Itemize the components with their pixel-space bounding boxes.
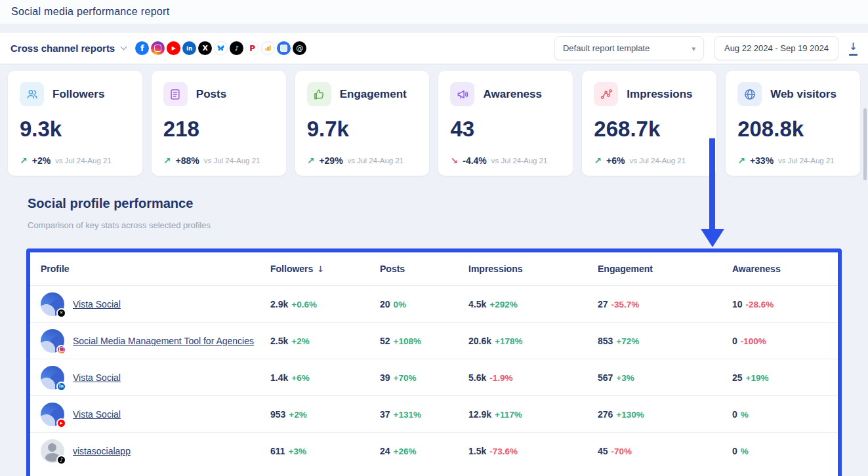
bluesky-icon[interactable] (214, 41, 228, 55)
followers-cell: 1.4k+6% (270, 372, 380, 384)
linkedin-icon[interactable] (182, 41, 196, 55)
card-comparison-period: vs Jul 24-Aug 21 (491, 157, 548, 165)
awareness-cell: 0% (732, 445, 838, 457)
stat-card-web-visitors: Web visitors 208.8k +33% vs Jul 24-Aug 2… (726, 71, 860, 176)
card-change: -4.4% (463, 155, 487, 166)
instagram-icon[interactable] (151, 41, 165, 55)
column-header-engagement[interactable]: Engagement (598, 264, 732, 274)
x-icon[interactable] (198, 41, 212, 55)
awareness-cell: 10-28.6% (732, 298, 838, 310)
followers-cell: 611+3% (270, 445, 380, 457)
posts-cell: 37+131% (380, 408, 468, 420)
impressions-cell: 1.5k-73.6% (468, 445, 598, 457)
card-value: 9.3k (20, 117, 131, 142)
section-title: Social profile performance (28, 196, 193, 211)
card-comparison-period: vs Jul 24-Aug 21 (629, 157, 686, 165)
column-header-followers[interactable]: Followers (270, 264, 380, 274)
vertical-scrollbar[interactable] (863, 108, 867, 180)
card-comparison-period: vs Jul 24-Aug 21 (55, 157, 112, 165)
impressions-cell: 12.9k+117% (468, 408, 598, 420)
threads-icon[interactable] (293, 41, 306, 55)
card-label: Followers (52, 88, 104, 101)
engagement-cell: 567+3% (598, 372, 732, 384)
card-change: +88% (176, 155, 199, 166)
card-value: 9.7k (307, 117, 418, 142)
date-range-picker[interactable]: Aug 22 2024 - Sep 19 2024 (714, 36, 838, 60)
page-title: Social media performance report (11, 6, 169, 18)
tiktok-badge-icon (56, 455, 66, 465)
column-header-awareness[interactable]: Awareness (732, 264, 838, 274)
impressions-cell: 20.6k+178% (468, 335, 598, 347)
card-label: Engagement (340, 88, 407, 101)
profile-link[interactable]: Social Media Management Tool for Agencie… (73, 336, 254, 346)
awareness-cell: 0% (732, 408, 838, 420)
card-label: Posts (196, 88, 226, 101)
card-value: 208.8k (737, 117, 848, 142)
stat-card-followers: Followers 9.3k +2% vs Jul 24-Aug 21 (8, 71, 142, 176)
google-business-icon[interactable] (277, 41, 291, 55)
social-network-filter (135, 41, 306, 55)
trend-up-icon (594, 155, 602, 166)
column-header-posts[interactable]: Posts (380, 264, 468, 274)
trend-up-icon (737, 155, 745, 166)
card-change: +29% (319, 155, 342, 166)
youtube-icon[interactable] (167, 41, 180, 55)
globe-icon (737, 82, 762, 106)
followers-cell: 953+2% (270, 408, 380, 420)
engagement-cell: 853+72% (598, 335, 732, 347)
profile-link[interactable]: Vista Social (73, 299, 121, 309)
trend-down-icon (450, 155, 458, 166)
date-range-value: Aug 22 2024 - Sep 19 2024 (724, 43, 829, 53)
trend-up-icon (163, 155, 171, 166)
report-template-value: Default report template (563, 43, 650, 53)
facebook-icon[interactable] (135, 41, 149, 55)
x-badge-icon (56, 308, 66, 318)
table-row: Vista Social 953+2% 37+131% 12.9k+117% 2… (30, 395, 838, 432)
stat-card-engagement: Engagement 9.7k +29% vs Jul 24-Aug 21 (295, 71, 430, 176)
table-row: Social Media Management Tool for Agencie… (30, 322, 838, 359)
pinterest-icon[interactable] (245, 41, 259, 55)
reports-dropdown[interactable]: Cross channel reports (10, 43, 126, 54)
awareness-cell: 25+19% (732, 372, 838, 384)
table-row: Vista Social 1.4k+6% 39+70% 5.6k-1.9% 56… (30, 359, 838, 395)
stat-cards-row: Followers 9.3k +2% vs Jul 24-Aug 21 Post… (8, 71, 860, 176)
profile-link[interactable]: Vista Social (73, 372, 121, 383)
chevron-down-icon (121, 44, 127, 50)
awareness-cell: 0-100% (732, 335, 838, 347)
posts-cell: 200% (380, 298, 468, 310)
impressions-cell: 5.6k-1.9% (468, 372, 598, 384)
scatter-share-icon (594, 82, 618, 106)
card-value: 43 (450, 117, 561, 142)
trend-up-icon (307, 155, 315, 166)
report-template-select[interactable]: Default report template (554, 36, 704, 60)
title-bar: Social media performance report (0, 0, 868, 24)
card-change: +6% (606, 155, 625, 166)
youtube-badge-icon (56, 418, 66, 428)
table-row: vistasocialapp 611+3% 24+26% 1.5k-73.6% … (30, 432, 838, 469)
stat-card-posts: Posts 218 +88% vs Jul 24-Aug 21 (152, 71, 286, 176)
card-value: 268.7k (594, 117, 705, 142)
stat-card-awareness: Awareness 43 -4.4% vs Jul 24-Aug 21 (438, 71, 573, 176)
toolbar: Cross channel reports Default report tem… (0, 33, 868, 64)
trend-up-icon (20, 155, 28, 166)
profile-link[interactable]: vistasocialapp (73, 446, 131, 456)
posts-cell: 24+26% (380, 445, 468, 457)
avatar (41, 366, 64, 389)
thumbs-up-icon (307, 82, 331, 106)
engagement-cell: 276+130% (598, 408, 732, 420)
followers-cell: 2.9k+0.6% (270, 298, 380, 310)
posts-cell: 39+70% (380, 372, 468, 384)
card-value: 218 (163, 117, 274, 142)
reports-dropdown-label: Cross channel reports (10, 43, 115, 54)
download-icon[interactable] (849, 41, 858, 56)
column-header-profile[interactable]: Profile (41, 264, 270, 274)
profile-link[interactable]: Vista Social (73, 409, 121, 420)
sort-desc-icon[interactable] (317, 264, 324, 274)
column-header-impressions[interactable]: Impressions (468, 264, 598, 274)
avatar (41, 403, 64, 426)
google-analytics-icon[interactable] (261, 41, 275, 55)
social-profile-performance-table: Profile Followers Posts Impressions Enga… (26, 248, 842, 476)
tiktok-icon[interactable] (230, 41, 243, 55)
card-change: +33% (750, 155, 774, 166)
card-label: Awareness (483, 88, 541, 101)
